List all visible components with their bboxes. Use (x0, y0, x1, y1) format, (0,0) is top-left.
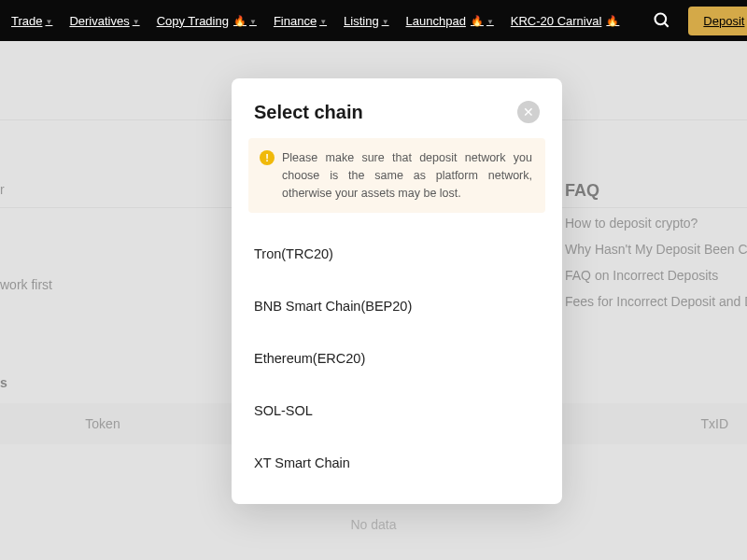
chevron-down-icon: ▼ (133, 18, 140, 26)
deposit-button[interactable]: Deposit (688, 7, 747, 35)
chevron-down-icon: ▼ (45, 18, 52, 26)
close-icon: ✕ (523, 105, 534, 119)
nav-derivatives[interactable]: Derivatives▼ (69, 14, 139, 28)
chain-list[interactable]: Tron(TRC20) BNB Smart Chain(BEP20) Ether… (232, 220, 562, 504)
chain-option-ethereum[interactable]: Ethereum(ERC20) (232, 332, 562, 385)
select-chain-modal: Select chain ✕ ! Please make sure that d… (232, 78, 562, 504)
chevron-down-icon: ▼ (486, 18, 494, 26)
fire-icon: 🔥 (233, 15, 247, 27)
nav-listing[interactable]: Listing▼ (344, 14, 389, 28)
nav-krc20[interactable]: KRC-20 Carnival🔥 (511, 14, 620, 28)
search-icon (653, 11, 671, 30)
warning-icon: ! (260, 150, 275, 165)
chain-option-bnb[interactable]: BNB Smart Chain(BEP20) (232, 280, 562, 332)
chain-option-tron[interactable]: Tron(TRC20) (232, 228, 562, 280)
chevron-down-icon: ▼ (319, 18, 327, 26)
search-button[interactable] (653, 7, 671, 34)
chain-option-sol[interactable]: SOL-SOL (232, 385, 562, 437)
nav-trade[interactable]: Trade▼ (11, 14, 52, 28)
close-button[interactable]: ✕ (517, 101, 540, 123)
svg-point-0 (655, 14, 667, 25)
svg-line-1 (665, 23, 669, 27)
nav-finance[interactable]: Finance▼ (274, 14, 327, 28)
warning-text: Please make sure that deposit network yo… (282, 149, 532, 202)
chevron-down-icon: ▼ (249, 18, 257, 26)
chevron-down-icon: ▼ (382, 18, 389, 26)
modal-title: Select chain (254, 102, 363, 123)
fire-icon: 🔥 (606, 15, 619, 27)
fire-icon: 🔥 (471, 15, 484, 27)
nav-copy-trading[interactable]: Copy Trading🔥▼ (157, 14, 257, 28)
chain-option-xt[interactable]: XT Smart Chain (232, 437, 562, 489)
warning-box: ! Please make sure that deposit network … (248, 138, 545, 213)
top-nav: Trade▼ Derivatives▼ Copy Trading🔥▼ Finan… (0, 0, 747, 41)
nav-launchpad[interactable]: Launchpad🔥▼ (406, 14, 494, 28)
